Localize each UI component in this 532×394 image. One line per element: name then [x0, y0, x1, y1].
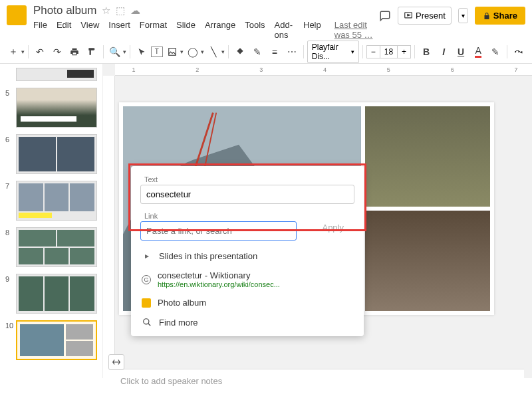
- album-label: Photo album: [158, 298, 206, 308]
- apply-button[interactable]: Apply: [313, 219, 353, 237]
- canvas-area: 1234567: [103, 64, 532, 378]
- svg-rect-2: [169, 48, 176, 55]
- text-label: Text: [140, 175, 354, 183]
- ruler-vertical: [103, 76, 115, 378]
- link-item-suggestion[interactable]: G consectetur - Wiktionary https://en.wi…: [131, 266, 364, 293]
- bold-button[interactable]: B: [418, 44, 434, 60]
- speaker-notes[interactable]: Click to add speaker notes: [111, 369, 524, 394]
- undo-button[interactable]: ↶: [32, 44, 48, 60]
- main-area: 5 6 7 8 9 10 1234567: [0, 64, 532, 378]
- link-text-field: Text: [140, 175, 354, 204]
- fill-color-button[interactable]: [232, 44, 248, 60]
- image-tool[interactable]: [164, 44, 180, 60]
- size-plus[interactable]: +: [398, 46, 410, 58]
- print-button[interactable]: [66, 44, 82, 60]
- line-tool[interactable]: ╲: [205, 44, 221, 60]
- cloud-icon[interactable]: ☁: [130, 5, 140, 17]
- menu-addons[interactable]: Add-ons: [275, 20, 294, 40]
- slide-thumb-8[interactable]: 8: [5, 227, 97, 267]
- findmore-label: Find more: [159, 318, 198, 328]
- textbox-tool[interactable]: T: [151, 47, 163, 57]
- slide-panel[interactable]: 5 6 7 8 9 10: [0, 64, 103, 378]
- shape-tool[interactable]: ◯: [185, 44, 201, 60]
- menu-file[interactable]: File: [33, 20, 47, 40]
- slide-thumb-7[interactable]: 7: [5, 181, 97, 221]
- paint-format-button[interactable]: [84, 44, 100, 60]
- suggest-url: https://en.wiktionary.org/wiki/consec...: [158, 280, 280, 288]
- search-icon: [142, 317, 152, 328]
- present-button[interactable]: Present: [398, 7, 452, 25]
- header-right: Present ▾ Share: [379, 7, 525, 25]
- link-popup: Text Link Apply ▸ Slides in this present…: [131, 166, 364, 336]
- new-slide-dropdown[interactable]: ▾: [21, 49, 25, 55]
- menu-insert[interactable]: Insert: [108, 20, 130, 40]
- menu-format[interactable]: Format: [140, 20, 167, 40]
- menu-edit[interactable]: Edit: [57, 20, 71, 40]
- svg-line-9: [148, 324, 151, 326]
- border-dash-button[interactable]: ⋯: [284, 44, 300, 60]
- present-label: Present: [416, 11, 446, 21]
- size-minus[interactable]: −: [367, 46, 380, 58]
- slide-thumb-5[interactable]: 5: [5, 88, 97, 128]
- redo-button[interactable]: ↷: [49, 44, 65, 60]
- toolbar-collapse[interactable]: へ: [515, 46, 523, 57]
- link-label: Link: [140, 212, 297, 220]
- slide-thumb-4[interactable]: [5, 68, 97, 81]
- highlight-button[interactable]: ✎: [487, 44, 503, 60]
- document-title[interactable]: Photo album: [33, 4, 96, 17]
- link-item-album[interactable]: Photo album: [131, 293, 364, 312]
- svg-point-8: [144, 319, 149, 324]
- menu-slide[interactable]: Slide: [176, 20, 196, 40]
- title-area: Photo album ☆ ⬚ ☁ File Edit View Insert …: [33, 4, 379, 40]
- zoom-button[interactable]: 🔍: [107, 44, 123, 60]
- suggest-title: consectetur - Wiktionary: [158, 270, 280, 280]
- menu-tools[interactable]: Tools: [245, 20, 265, 40]
- slides-logo[interactable]: [7, 5, 27, 25]
- link-item-findmore[interactable]: Find more: [131, 312, 364, 332]
- link-text-input[interactable]: [140, 185, 354, 204]
- menu-arrange[interactable]: Arrange: [205, 20, 235, 40]
- border-weight-button[interactable]: ≡: [267, 44, 283, 60]
- menu-view[interactable]: View: [80, 20, 99, 40]
- menu-help[interactable]: Help: [303, 20, 321, 40]
- new-slide-button[interactable]: ＋: [5, 44, 21, 60]
- ruler-horizontal: 1234567: [115, 64, 532, 76]
- slide-photo-tr: [365, 106, 490, 207]
- chevron-right-icon: ▸: [142, 250, 152, 261]
- notes-placeholder: Click to add speaker notes: [120, 376, 222, 386]
- slide-thumb-10[interactable]: 10: [5, 320, 97, 360]
- link-item-slides[interactable]: ▸ Slides in this presentation: [131, 246, 364, 266]
- font-size-value[interactable]: 18: [380, 46, 398, 58]
- globe-icon: G: [142, 275, 151, 284]
- font-size-box[interactable]: − 18 +: [366, 45, 411, 58]
- share-label: Share: [493, 11, 517, 21]
- link-url-field: Link: [140, 212, 297, 241]
- comments-icon[interactable]: [379, 10, 391, 22]
- font-select[interactable]: Playfair Dis... ▾: [307, 41, 359, 63]
- font-name: Playfair Dis...: [312, 43, 347, 61]
- svg-marker-1: [408, 14, 410, 15]
- border-color-button[interactable]: ✎: [249, 44, 265, 60]
- slide-thumb-6[interactable]: 6: [5, 134, 97, 174]
- slide-thumb-9[interactable]: 9: [5, 274, 97, 314]
- share-button[interactable]: Share: [475, 7, 525, 25]
- move-icon[interactable]: ⬚: [116, 5, 125, 17]
- slides-file-icon: [142, 298, 151, 308]
- slides-label: Slides in this presentation: [159, 251, 257, 261]
- select-tool[interactable]: [134, 44, 150, 60]
- slide-photo-br: [365, 211, 490, 311]
- last-edit[interactable]: Last edit was 55 …: [334, 20, 379, 40]
- italic-button[interactable]: I: [436, 44, 452, 60]
- present-dropdown[interactable]: ▾: [458, 8, 468, 23]
- underline-button[interactable]: U: [453, 44, 469, 60]
- star-icon[interactable]: ☆: [102, 5, 110, 17]
- link-url-input[interactable]: [140, 221, 297, 241]
- menu-bar: File Edit View Insert Format Slide Arran…: [33, 20, 379, 40]
- toolbar: ＋ ▾ ↶ ↷ 🔍 ▾ T ▾ ◯ ▾ ╲ ▾ ✎ ≡ ⋯ Playfair D…: [0, 40, 532, 64]
- text-color-button[interactable]: A: [470, 44, 486, 60]
- explore-button[interactable]: [108, 354, 124, 370]
- header: Photo album ☆ ⬚ ☁ File Edit View Insert …: [0, 0, 532, 40]
